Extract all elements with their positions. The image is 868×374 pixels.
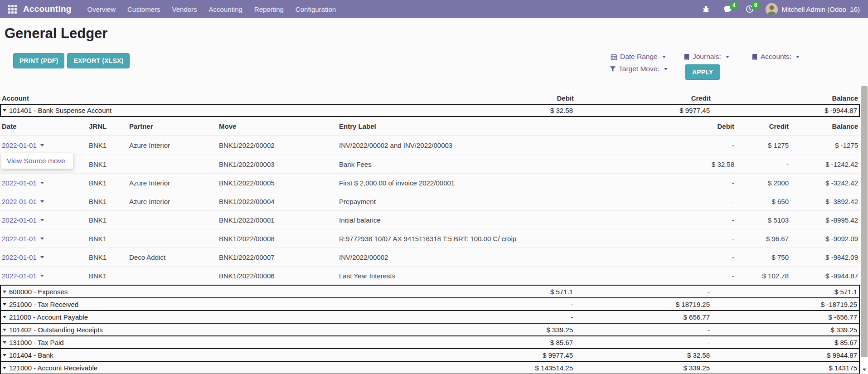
- group-credit: -: [573, 326, 710, 334]
- user-name: Mitchell Admin (Odoo_16): [781, 5, 860, 13]
- group-balance: $ -9944.87: [710, 107, 857, 114]
- credit-cell: $ 750: [734, 253, 789, 261]
- view-source-move-menu-item[interactable]: View Source move: [1, 153, 73, 169]
- account-group-label: 251000 - Tax Received: [9, 301, 78, 308]
- caret-down-icon: [796, 56, 800, 58]
- entry-label-cell: INV/2022/00002: [339, 253, 684, 261]
- date-link[interactable]: 2022-01-01: [2, 272, 44, 280]
- menu-customers[interactable]: Customers: [121, 0, 166, 18]
- jrnl-cell: BNK1: [89, 179, 129, 187]
- move-cell: BNK1/2022/00007: [219, 253, 339, 261]
- header-debit: Debit: [438, 94, 574, 102]
- account-group-row: 101401 - Bank Suspense Account $ 32.58 $…: [0, 104, 860, 117]
- account-group-toggle[interactable]: 101401 - Bank Suspense Account: [3, 107, 437, 114]
- journals-label: Journals:: [693, 53, 721, 61]
- group-credit: $ 32.58: [573, 351, 710, 359]
- date-link[interactable]: 2022-01-01: [2, 198, 44, 205]
- subheader-jrnl: JRNL: [89, 122, 129, 130]
- table-row: 2022-01-01 BNK1 BNK1/2022/00001 Initial …: [0, 210, 860, 229]
- messages-icon[interactable]: 4: [719, 3, 737, 16]
- balance-cell: $ -9842.09: [789, 253, 858, 261]
- date-link[interactable]: 2022-01-01: [2, 179, 44, 187]
- caret-down-icon: [40, 200, 44, 203]
- caret-down-icon: [3, 354, 6, 356]
- date-text: 2022-01-01: [2, 179, 37, 187]
- jrnl-cell: BNK1: [89, 272, 129, 280]
- account-group-toggle[interactable]: 131000 - Tax Paid: [3, 339, 437, 346]
- entry-label-cell: R:9772938 10/07 AX 9415116318 T:5 BRT: 1…: [339, 235, 684, 243]
- target-move-label: Target Move:: [619, 65, 659, 73]
- account-group-toggle[interactable]: 211000 - Account Payable: [3, 313, 437, 321]
- credit-cell: $ 2000: [734, 179, 789, 187]
- credit-cell: $ 5103: [734, 216, 789, 224]
- target-move-filter[interactable]: Target Move:: [610, 65, 668, 73]
- menu-accounting[interactable]: Accounting: [203, 0, 248, 18]
- menu-overview[interactable]: Overview: [82, 0, 122, 18]
- partner-cell: Deco Addict: [129, 253, 219, 261]
- account-group-toggle[interactable]: 101402 - Outstanding Receipts: [3, 326, 437, 334]
- account-group-toggle[interactable]: 101404 - Bank: [3, 351, 437, 359]
- entries-header-row: Date JRNL Partner Move Entry Label Debit…: [0, 117, 860, 136]
- menu-vendors[interactable]: Vendors: [166, 0, 203, 18]
- credit-cell: $ 1275: [734, 141, 789, 149]
- debit-cell: -: [684, 253, 734, 261]
- scrollbar-thumb[interactable]: [861, 86, 868, 357]
- entry-label-cell: Prepayment: [339, 198, 684, 205]
- account-group-row: 131000 - Tax Paid $ 85.67 - $ 85.67: [0, 335, 860, 349]
- debit-cell: -: [684, 179, 734, 187]
- date-text: 2022-01-01: [2, 272, 37, 280]
- debit-cell: -: [684, 141, 734, 149]
- group-debit: -: [437, 313, 573, 321]
- group-balance: $ 85.67: [710, 339, 857, 346]
- date-link[interactable]: 2022-01-01: [2, 141, 44, 149]
- top-navbar: Accounting Overview Customers Vendors Ac…: [0, 0, 868, 18]
- account-group-row: 251000 - Tax Received - $ 18719.25 $ -18…: [0, 297, 860, 311]
- accounts-filter[interactable]: Accounts:: [752, 53, 800, 61]
- account-group-row: 211000 - Account Payable - $ 656.77 $ -6…: [0, 310, 860, 324]
- apply-button[interactable]: APPLY: [685, 64, 720, 80]
- scroll-down-button[interactable]: [860, 366, 868, 373]
- menu-reporting[interactable]: Reporting: [248, 0, 290, 18]
- account-group-toggle[interactable]: 121000 - Account Receivable: [3, 364, 437, 372]
- account-group-toggle[interactable]: 251000 - Tax Received: [3, 301, 437, 308]
- activities-clock-icon[interactable]: 8: [741, 2, 758, 16]
- debit-cell: -: [684, 235, 734, 243]
- table-row: 2022-01-01 BNK1 Azure Interior BNK1/2022…: [0, 173, 860, 192]
- funnel-icon: [610, 66, 616, 72]
- balance-cell: $ -8995.42: [789, 216, 858, 224]
- balance-cell: $ -1275: [789, 141, 858, 149]
- credit-cell: -: [734, 160, 789, 168]
- subheader-entry-label: Entry Label: [339, 122, 684, 130]
- export-xlsx-button[interactable]: EXPORT (XLSX): [67, 53, 130, 68]
- menu-configuration[interactable]: Configuration: [290, 0, 342, 18]
- app-brand[interactable]: Accounting: [23, 4, 72, 14]
- calendar-icon: [611, 53, 617, 60]
- jrnl-cell: BNK1: [89, 160, 129, 168]
- group-credit: $ 656.77: [573, 313, 710, 321]
- caret-down-icon: [40, 256, 44, 258]
- caret-down-icon: [40, 238, 44, 240]
- account-group-label: 211000 - Account Payable: [9, 313, 88, 321]
- date-range-filter[interactable]: Date Range: [611, 53, 666, 61]
- credit-cell: $ 650: [734, 198, 789, 205]
- book-icon: [752, 53, 758, 60]
- entry-label-cell: INV/2022/00002 and INV/2022/00003: [339, 141, 684, 149]
- print-pdf-button[interactable]: PRINT (PDF): [13, 53, 64, 68]
- date-link[interactable]: 2022-01-01: [2, 216, 44, 224]
- book-icon: [684, 53, 690, 60]
- date-text: 2022-01-01: [2, 253, 37, 261]
- date-link[interactable]: 2022-01-01: [2, 253, 44, 261]
- user-menu[interactable]: Mitchell Admin (Odoo_16): [763, 3, 863, 15]
- partner-cell: Azure Interior: [129, 179, 219, 187]
- apps-menu-icon[interactable]: [8, 5, 17, 14]
- group-debit: -: [437, 301, 573, 308]
- date-link[interactable]: 2022-01-01: [2, 235, 44, 243]
- date-text: 2022-01-01: [2, 141, 37, 149]
- journals-filter[interactable]: Journals:: [684, 53, 729, 61]
- account-group-toggle[interactable]: 600000 - Expenses: [3, 288, 437, 296]
- debit-cell: -: [684, 216, 734, 224]
- group-balance: $ -18719.25: [710, 301, 857, 308]
- jrnl-cell: BNK1: [89, 216, 129, 224]
- caret-down-icon: [3, 316, 6, 318]
- debug-bug-icon[interactable]: [698, 3, 714, 16]
